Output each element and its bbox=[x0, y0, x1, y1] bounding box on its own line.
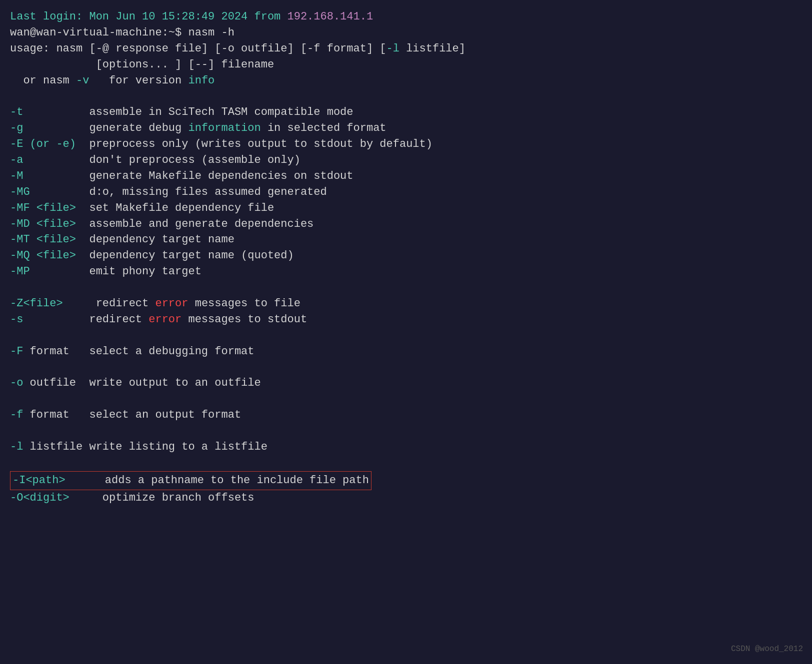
blank-3 bbox=[10, 328, 802, 344]
option-g: -g generate debug information in selecte… bbox=[10, 120, 802, 136]
usage-line1: usage: nasm [-@ response file] [-o outfi… bbox=[10, 41, 802, 57]
option-MP: -MP emit phony target bbox=[10, 264, 802, 280]
option-Z: -Z<file> redirect error messages to file bbox=[10, 296, 802, 312]
option-f: -f format select an output format bbox=[10, 407, 802, 423]
prompt-line: wan@wan-virtual-machine:~$ nasm -h bbox=[10, 25, 802, 41]
option-MD: -MD <file> assemble and generate depende… bbox=[10, 216, 802, 232]
last-login-text: Last login: Mon Jun 10 15:28:49 2024 fro… bbox=[10, 10, 288, 23]
command: nasm -h bbox=[188, 26, 234, 39]
option-MF: -MF <file> set Makefile dependency file bbox=[10, 200, 802, 216]
blank-2 bbox=[10, 280, 802, 296]
option-MT: -MT <file> dependency target name bbox=[10, 232, 802, 248]
blank-6 bbox=[10, 423, 802, 439]
option-F: -F format select a debugging format bbox=[10, 344, 802, 360]
option-e: -E (or -e) preprocess only (writes outpu… bbox=[10, 136, 802, 152]
option-s: -s redirect error messages to stdout bbox=[10, 312, 802, 328]
watermark: CSDN @wood_2012 bbox=[731, 644, 803, 655]
terminal-window: Last login: Mon Jun 10 15:28:49 2024 fro… bbox=[10, 5, 802, 664]
option-MG: -MG d:o, missing files assumed generated bbox=[10, 184, 802, 200]
prompt: wan@wan-virtual-machine:~$ bbox=[10, 26, 188, 39]
usage-line2: [options... ] [--] filename bbox=[10, 57, 802, 73]
option-M: -M generate Makefile dependencies on std… bbox=[10, 168, 802, 184]
option-a: -a don't preprocess (assemble only) bbox=[10, 152, 802, 168]
blank-5 bbox=[10, 391, 802, 407]
login-ip: 192.168.141.1 bbox=[288, 10, 374, 23]
blank-1 bbox=[10, 88, 802, 104]
option-l: -l listfile write listing to a listfile bbox=[10, 439, 802, 455]
option-MQ: -MQ <file> dependency target name (quote… bbox=[10, 248, 802, 264]
last-login-line: Last login: Mon Jun 10 15:28:49 2024 fro… bbox=[10, 9, 802, 25]
highlight-box: -I<path> adds a pathname to the include … bbox=[10, 471, 372, 490]
option-O: -O<digit> optimize branch offsets bbox=[10, 490, 802, 506]
option-t: -t assemble in SciTech TASM compatible m… bbox=[10, 104, 802, 120]
or-line: or nasm -v for version info bbox=[10, 73, 802, 89]
option-I-line: -I<path> adds a pathname to the include … bbox=[10, 471, 802, 490]
option-o: -o outfile write output to an outfile bbox=[10, 375, 802, 391]
blank-7 bbox=[10, 455, 802, 471]
blank-4 bbox=[10, 360, 802, 376]
